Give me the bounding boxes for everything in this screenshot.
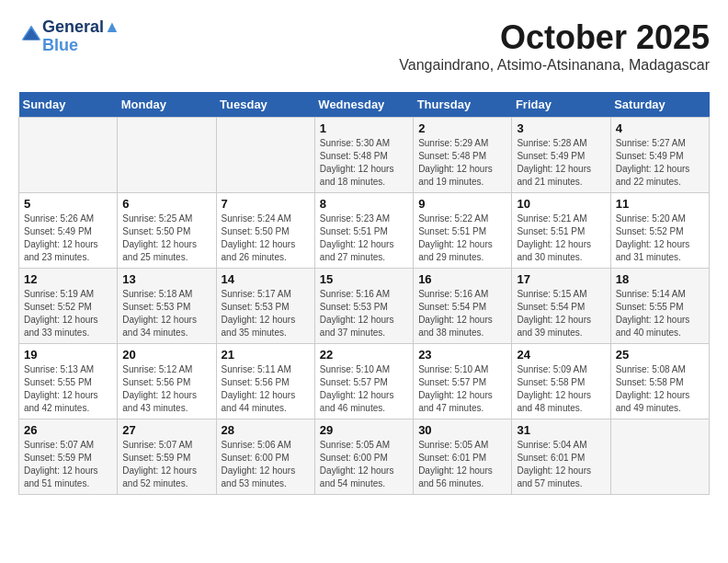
calendar-cell: 28Sunrise: 5:06 AM Sunset: 6:00 PM Dayli… bbox=[216, 419, 314, 495]
day-header-saturday: Saturday bbox=[610, 92, 709, 118]
calendar-cell: 31Sunrise: 5:04 AM Sunset: 6:01 PM Dayli… bbox=[512, 419, 610, 495]
day-number: 24 bbox=[517, 348, 605, 362]
day-content: Sunrise: 5:18 AM Sunset: 5:53 PM Dayligh… bbox=[122, 288, 210, 339]
calendar-week-2: 5Sunrise: 5:26 AM Sunset: 5:49 PM Daylig… bbox=[19, 193, 710, 269]
day-number: 15 bbox=[320, 272, 408, 286]
day-content: Sunrise: 5:12 AM Sunset: 5:56 PM Dayligh… bbox=[122, 363, 210, 415]
calendar-week-5: 26Sunrise: 5:07 AM Sunset: 5:59 PM Dayli… bbox=[19, 419, 710, 495]
day-content: Sunrise: 5:15 AM Sunset: 5:54 PM Dayligh… bbox=[517, 288, 605, 339]
day-number: 26 bbox=[24, 423, 112, 437]
day-number: 7 bbox=[222, 197, 310, 211]
day-number: 8 bbox=[320, 197, 408, 211]
day-number: 22 bbox=[320, 348, 408, 362]
day-content: Sunrise: 5:24 AM Sunset: 5:50 PM Dayligh… bbox=[222, 213, 310, 264]
day-content: Sunrise: 5:04 AM Sunset: 6:01 PM Dayligh… bbox=[517, 439, 605, 490]
calendar-cell: 17Sunrise: 5:15 AM Sunset: 5:54 PM Dayli… bbox=[512, 269, 610, 344]
calendar-cell: 11Sunrise: 5:20 AM Sunset: 5:52 PM Dayli… bbox=[610, 193, 709, 269]
calendar-cell: 19Sunrise: 5:13 AM Sunset: 5:55 PM Dayli… bbox=[19, 344, 118, 419]
calendar-cell: 25Sunrise: 5:08 AM Sunset: 5:58 PM Dayli… bbox=[610, 344, 709, 419]
day-number: 4 bbox=[616, 121, 704, 135]
calendar-cell bbox=[19, 118, 118, 193]
day-number: 18 bbox=[616, 272, 704, 286]
calendar-cell: 12Sunrise: 5:19 AM Sunset: 5:52 PM Dayli… bbox=[19, 269, 118, 344]
day-number: 31 bbox=[517, 423, 605, 437]
day-content: Sunrise: 5:20 AM Sunset: 5:52 PM Dayligh… bbox=[616, 213, 704, 264]
day-content: Sunrise: 5:23 AM Sunset: 5:51 PM Dayligh… bbox=[320, 213, 408, 264]
day-number: 17 bbox=[517, 272, 605, 286]
day-number: 27 bbox=[122, 423, 210, 437]
calendar-cell: 21Sunrise: 5:11 AM Sunset: 5:56 PM Dayli… bbox=[216, 344, 314, 419]
subtitle: Vangaindrano, Atsimo-Atsinanana, Madagas… bbox=[399, 57, 710, 74]
day-content: Sunrise: 5:30 AM Sunset: 5:48 PM Dayligh… bbox=[320, 137, 408, 189]
day-header-sunday: Sunday bbox=[19, 92, 118, 118]
day-content: Sunrise: 5:16 AM Sunset: 5:54 PM Dayligh… bbox=[418, 288, 506, 339]
calendar-cell bbox=[610, 419, 709, 495]
day-number: 25 bbox=[616, 348, 704, 362]
calendar-cell: 24Sunrise: 5:09 AM Sunset: 5:58 PM Dayli… bbox=[512, 344, 610, 419]
day-content: Sunrise: 5:05 AM Sunset: 6:00 PM Dayligh… bbox=[320, 439, 408, 490]
day-number: 20 bbox=[122, 348, 210, 362]
month-title: October 2025 bbox=[399, 18, 710, 57]
day-number: 2 bbox=[418, 121, 506, 135]
calendar-cell: 29Sunrise: 5:05 AM Sunset: 6:00 PM Dayli… bbox=[314, 419, 413, 495]
calendar-cell bbox=[216, 118, 314, 193]
day-number: 9 bbox=[418, 197, 506, 211]
day-content: Sunrise: 5:26 AM Sunset: 5:49 PM Dayligh… bbox=[24, 213, 112, 264]
day-content: Sunrise: 5:14 AM Sunset: 5:55 PM Dayligh… bbox=[616, 288, 704, 339]
calendar-week-4: 19Sunrise: 5:13 AM Sunset: 5:55 PM Dayli… bbox=[19, 344, 710, 419]
day-header-monday: Monday bbox=[118, 92, 216, 118]
day-content: Sunrise: 5:06 AM Sunset: 6:00 PM Dayligh… bbox=[222, 439, 310, 490]
day-content: Sunrise: 5:05 AM Sunset: 6:01 PM Dayligh… bbox=[418, 439, 506, 490]
day-content: Sunrise: 5:07 AM Sunset: 5:59 PM Dayligh… bbox=[24, 439, 112, 490]
day-content: Sunrise: 5:28 AM Sunset: 5:49 PM Dayligh… bbox=[517, 137, 605, 189]
calendar-cell: 26Sunrise: 5:07 AM Sunset: 5:59 PM Dayli… bbox=[19, 419, 118, 495]
calendar-cell: 2Sunrise: 5:29 AM Sunset: 5:48 PM Daylig… bbox=[414, 118, 512, 193]
day-content: Sunrise: 5:21 AM Sunset: 5:51 PM Dayligh… bbox=[517, 213, 605, 264]
day-number: 5 bbox=[24, 197, 112, 211]
day-number: 1 bbox=[320, 121, 408, 135]
calendar-cell: 9Sunrise: 5:22 AM Sunset: 5:51 PM Daylig… bbox=[414, 193, 512, 269]
day-content: Sunrise: 5:08 AM Sunset: 5:58 PM Dayligh… bbox=[616, 363, 704, 415]
calendar-cell: 7Sunrise: 5:24 AM Sunset: 5:50 PM Daylig… bbox=[216, 193, 314, 269]
calendar-cell: 8Sunrise: 5:23 AM Sunset: 5:51 PM Daylig… bbox=[314, 193, 413, 269]
calendar-cell: 14Sunrise: 5:17 AM Sunset: 5:53 PM Dayli… bbox=[216, 269, 314, 344]
calendar-cell: 10Sunrise: 5:21 AM Sunset: 5:51 PM Dayli… bbox=[512, 193, 610, 269]
day-number: 12 bbox=[24, 272, 112, 286]
day-header-tuesday: Tuesday bbox=[216, 92, 314, 118]
day-number: 10 bbox=[517, 197, 605, 211]
calendar-cell: 3Sunrise: 5:28 AM Sunset: 5:49 PM Daylig… bbox=[512, 118, 610, 193]
calendar-cell: 18Sunrise: 5:14 AM Sunset: 5:55 PM Dayli… bbox=[610, 269, 709, 344]
calendar-cell: 22Sunrise: 5:10 AM Sunset: 5:57 PM Dayli… bbox=[314, 344, 413, 419]
day-content: Sunrise: 5:29 AM Sunset: 5:48 PM Dayligh… bbox=[418, 137, 506, 189]
day-number: 14 bbox=[222, 272, 310, 286]
calendar-cell: 27Sunrise: 5:07 AM Sunset: 5:59 PM Dayli… bbox=[118, 419, 216, 495]
day-number: 30 bbox=[418, 423, 506, 437]
calendar-cell: 13Sunrise: 5:18 AM Sunset: 5:53 PM Dayli… bbox=[118, 269, 216, 344]
calendar-cell bbox=[118, 118, 216, 193]
calendar-cell: 4Sunrise: 5:27 AM Sunset: 5:49 PM Daylig… bbox=[610, 118, 709, 193]
calendar-cell: 16Sunrise: 5:16 AM Sunset: 5:54 PM Dayli… bbox=[414, 269, 512, 344]
day-number: 19 bbox=[24, 348, 112, 362]
day-content: Sunrise: 5:19 AM Sunset: 5:52 PM Dayligh… bbox=[24, 288, 112, 339]
day-number: 29 bbox=[320, 423, 408, 437]
calendar-cell: 5Sunrise: 5:26 AM Sunset: 5:49 PM Daylig… bbox=[19, 193, 118, 269]
day-content: Sunrise: 5:17 AM Sunset: 5:53 PM Dayligh… bbox=[222, 288, 310, 339]
day-content: Sunrise: 5:13 AM Sunset: 5:55 PM Dayligh… bbox=[24, 363, 112, 415]
day-number: 28 bbox=[222, 423, 310, 437]
calendar-cell: 30Sunrise: 5:05 AM Sunset: 6:01 PM Dayli… bbox=[414, 419, 512, 495]
calendar-cell: 6Sunrise: 5:25 AM Sunset: 5:50 PM Daylig… bbox=[118, 193, 216, 269]
day-content: Sunrise: 5:10 AM Sunset: 5:57 PM Dayligh… bbox=[418, 363, 506, 415]
calendar-week-3: 12Sunrise: 5:19 AM Sunset: 5:52 PM Dayli… bbox=[19, 269, 710, 344]
day-content: Sunrise: 5:16 AM Sunset: 5:53 PM Dayligh… bbox=[320, 288, 408, 339]
calendar-cell: 20Sunrise: 5:12 AM Sunset: 5:56 PM Dayli… bbox=[118, 344, 216, 419]
day-content: Sunrise: 5:11 AM Sunset: 5:56 PM Dayligh… bbox=[222, 363, 310, 415]
day-content: Sunrise: 5:09 AM Sunset: 5:58 PM Dayligh… bbox=[517, 363, 605, 415]
day-number: 11 bbox=[616, 197, 704, 211]
day-number: 6 bbox=[122, 197, 210, 211]
day-number: 23 bbox=[418, 348, 506, 362]
logo-text: General▲ Blue bbox=[42, 18, 120, 55]
day-header-friday: Friday bbox=[512, 92, 610, 118]
day-header-wednesday: Wednesday bbox=[314, 92, 413, 118]
day-number: 21 bbox=[222, 348, 310, 362]
calendar-week-1: 1Sunrise: 5:30 AM Sunset: 5:48 PM Daylig… bbox=[19, 118, 710, 193]
